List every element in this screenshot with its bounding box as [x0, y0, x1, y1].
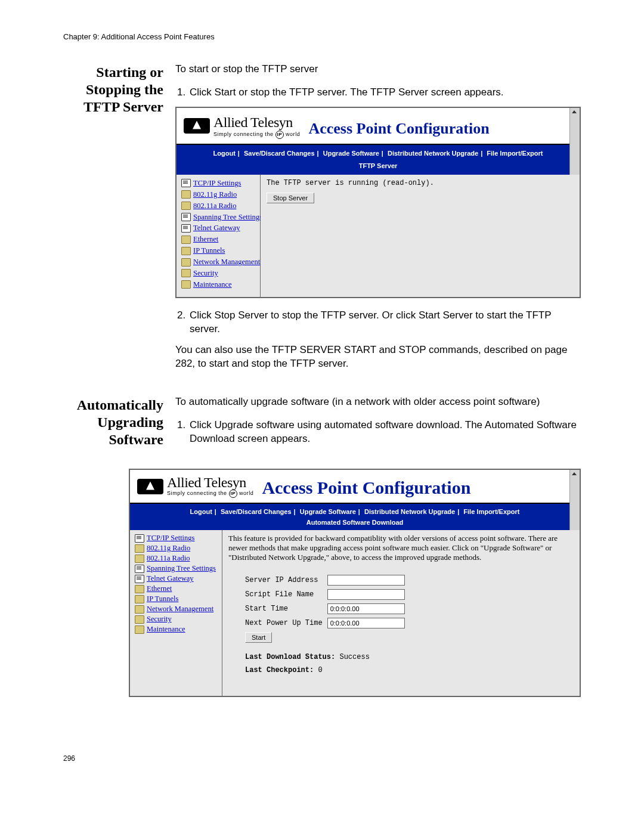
- label-start-time: Start Time: [245, 602, 327, 616]
- sidebar-item[interactable]: Maintenance: [135, 625, 218, 634]
- menu-dnu[interactable]: Distributed Network Upgrade: [388, 150, 478, 157]
- document-icon: [135, 565, 144, 573]
- last-checkpoint-label: Last Checkpoint:: [245, 666, 314, 674]
- sidebar-item[interactable]: Network Management: [181, 257, 256, 267]
- folder-icon: [181, 258, 191, 267]
- page-number: 296: [63, 754, 581, 763]
- menu-fie[interactable]: File Import/Export: [463, 508, 519, 515]
- sidebar-item[interactable]: Ethernet: [135, 584, 218, 593]
- screenshot-auto-download: Allied Telesyn Simply connecting the IP …: [129, 469, 581, 697]
- section1-intro: To start or stop the TFTP server: [175, 63, 581, 76]
- top-menu: Logout| Save/Discard Changes| Upgrade So…: [130, 506, 580, 517]
- allied-logo-icon: [137, 479, 163, 494]
- folder-icon: [135, 555, 144, 563]
- folder-icon: [181, 202, 191, 210]
- menu-upgrade[interactable]: Upgrade Software: [300, 508, 356, 515]
- sidebar-item[interactable]: 802.11a Radio: [181, 201, 256, 211]
- chapter-header: Chapter 9: Additional Access Point Featu…: [63, 32, 581, 41]
- allied-logo-icon: [184, 118, 210, 134]
- sidebar-item[interactable]: 802.11g Radio: [181, 190, 256, 200]
- feature-note: This feature is provided for backward co…: [228, 534, 574, 562]
- start-button[interactable]: Start: [245, 632, 272, 643]
- sidebar-item[interactable]: Maintenance: [181, 280, 256, 290]
- brand-logo: Allied Telesyn Simply connecting the IP …: [184, 113, 300, 139]
- label-script-file: Script File Name: [245, 587, 327, 602]
- content-title-bar: TFTP Server: [177, 160, 580, 172]
- sidebar-item[interactable]: Spanning Tree Settings: [135, 564, 218, 573]
- input-server-ip[interactable]: [327, 575, 405, 586]
- section-heading-tftp: Starting or Stopping the TFTP Server: [63, 63, 163, 380]
- sidebar-item[interactable]: Ethernet: [181, 234, 256, 244]
- stop-server-button[interactable]: Stop Server: [267, 193, 314, 203]
- folder-icon: [181, 269, 191, 277]
- sidebar-nav: TCP/IP Settings 802.11g Radio 802.11a Ra…: [177, 175, 261, 297]
- sidebar-item[interactable]: IP Tunnels: [135, 594, 218, 603]
- folder-icon: [135, 595, 144, 603]
- last-download-status-label: Last Download Status:: [245, 653, 335, 661]
- section2-intro: To automatically upgrade software (in a …: [175, 395, 581, 409]
- sidebar-nav: TCP/IP Settings 802.11g Radio 802.11a Ra…: [130, 530, 222, 696]
- page-title: Access Point Configuration: [262, 478, 570, 498]
- folder-icon: [181, 280, 191, 289]
- brand-logo: Allied Telesyn Simply connecting the IP …: [137, 475, 253, 498]
- sidebar-item[interactable]: Network Management: [135, 605, 218, 614]
- content-title-bar: Automated Software Download: [130, 517, 580, 528]
- section2-step1: Click Upgrade software using automated s…: [188, 419, 581, 446]
- sidebar-item[interactable]: 802.11g Radio: [135, 544, 218, 553]
- folder-icon: [135, 625, 144, 634]
- folder-icon: [135, 585, 144, 593]
- sidebar-item[interactable]: Telnet Gateway: [181, 223, 256, 233]
- section-heading-upgrade: Automatically Upgrading Software: [63, 395, 163, 453]
- sidebar-item[interactable]: Spanning Tree Settings: [181, 212, 256, 222]
- document-icon: [135, 534, 144, 543]
- sidebar-item[interactable]: Security: [135, 615, 218, 624]
- folder-icon: [135, 544, 144, 553]
- sidebar-item[interactable]: TCP/IP Settings: [135, 534, 218, 543]
- tftp-status-text: The TFTP server is running (read-only).: [267, 178, 574, 188]
- input-script-file[interactable]: [327, 589, 405, 600]
- folder-icon: [181, 247, 191, 255]
- document-icon: [135, 575, 144, 583]
- brand-tagline: Simply connecting the IP world: [213, 131, 300, 139]
- menu-upgrade[interactable]: Upgrade Software: [323, 150, 379, 157]
- sidebar-item[interactable]: 802.11a Radio: [135, 554, 218, 563]
- folder-icon: [181, 236, 191, 244]
- top-menu: Logout| Save/Discard Changes| Upgrade So…: [177, 147, 580, 160]
- label-server-ip: Server IP Address: [245, 573, 327, 587]
- document-icon: [181, 213, 191, 221]
- document-icon: [181, 179, 191, 187]
- menu-save[interactable]: Save/Discard Changes: [244, 150, 315, 157]
- section1-step1: Click Start or stop the TFTP server. The…: [188, 86, 581, 100]
- folder-icon: [135, 605, 144, 614]
- label-next-power: Next Power Up Time: [245, 616, 327, 630]
- menu-logout[interactable]: Logout: [190, 508, 212, 515]
- brand-name: Allied Telesyn: [213, 113, 300, 132]
- section1-step2: Click Stop Server to stop the TFTP serve…: [188, 309, 581, 336]
- last-download-status-value: Success: [339, 653, 369, 661]
- sidebar-item[interactable]: TCP/IP Settings: [181, 178, 256, 188]
- document-icon: [181, 224, 191, 233]
- menu-save[interactable]: Save/Discard Changes: [221, 508, 292, 515]
- sidebar-item[interactable]: Security: [181, 268, 256, 278]
- page-title: Access Point Configuration: [308, 118, 570, 139]
- folder-icon: [181, 190, 191, 199]
- sidebar-item[interactable]: IP Tunnels: [181, 246, 256, 256]
- menu-dnu[interactable]: Distributed Network Upgrade: [364, 508, 455, 515]
- input-start-time[interactable]: [327, 603, 405, 614]
- last-checkpoint-value: 0: [318, 666, 322, 674]
- screenshot-tftp-server: Allied Telesyn Simply connecting the IP …: [175, 107, 581, 298]
- input-next-power[interactable]: [327, 618, 405, 628]
- menu-logout[interactable]: Logout: [213, 150, 236, 157]
- section1-tail: You can also use the TFTP SERVER START a…: [175, 343, 581, 371]
- folder-icon: [135, 615, 144, 624]
- sidebar-item[interactable]: Telnet Gateway: [135, 574, 218, 583]
- menu-fie[interactable]: File Import/Export: [487, 150, 543, 157]
